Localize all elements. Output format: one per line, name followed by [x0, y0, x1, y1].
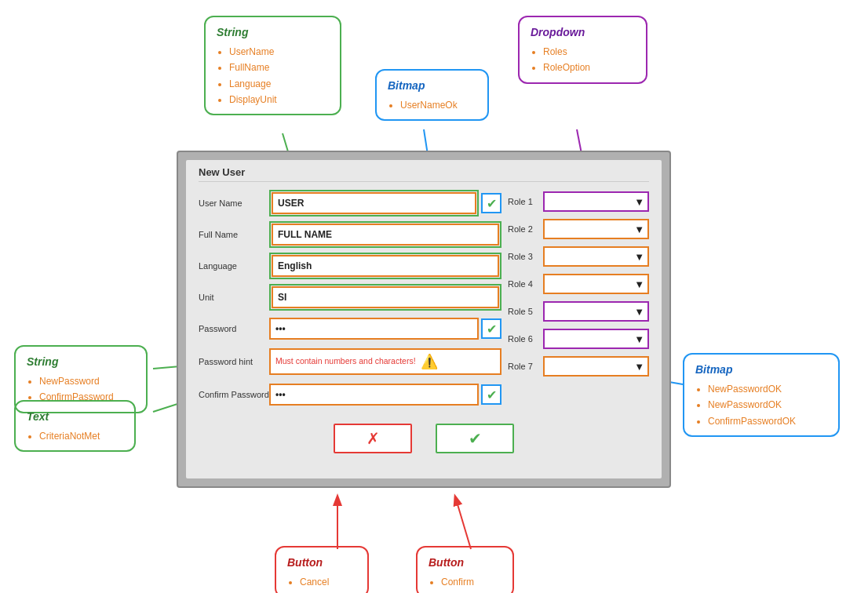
role-row-5: Role 5 ▼	[508, 300, 649, 323]
list-item: FullName	[229, 60, 329, 75]
annotation-string-top-list: UserName FullName Language DisplayUnit	[217, 44, 329, 108]
form-row-language: Language	[199, 253, 501, 279]
input-fullname[interactable]	[272, 224, 499, 246]
list-item: Confirm	[441, 574, 501, 590]
annotation-button-confirm-list: Confirm	[429, 574, 501, 590]
warn-icon: ⚠️	[421, 353, 438, 370]
form-left-column: User Name ✔ Full Name	[199, 190, 501, 413]
annotation-dropdown-top-list: Roles RoleOption	[531, 44, 635, 76]
annotation-text-left-title: Text	[27, 408, 123, 427]
list-item: ConfirmPasswordOK	[708, 413, 827, 429]
list-item: UserNameOk	[400, 97, 476, 113]
role-label-6: Role 6	[508, 334, 543, 344]
form-row-hint: Password hint Must contain numbers and c…	[199, 347, 501, 377]
label-password: Password	[199, 324, 269, 333]
annotation-dropdown-top: Dropdown Roles RoleOption	[518, 16, 647, 84]
confirm-button[interactable]: ✔	[436, 424, 514, 453]
list-item: RoleOption	[543, 60, 635, 75]
form-row-password: Password ✔	[199, 315, 501, 342]
role-label-4: Role 4	[508, 279, 543, 289]
cancel-button[interactable]: ✗	[334, 424, 412, 453]
role-row-3: Role 3 ▼	[508, 245, 649, 268]
role-row-7: Role 7 ▼	[508, 355, 649, 378]
annotation-bitmap-right-title: Bitmap	[695, 361, 827, 380]
annotation-dropdown-top-title: Dropdown	[531, 24, 635, 42]
annotation-button-confirm-title: Button	[429, 554, 501, 573]
role-row-2: Role 2 ▼	[508, 217, 649, 241]
annotation-text-left-list: CriteriaNotMet	[27, 428, 123, 444]
role-dropdown-6[interactable]: ▼	[543, 329, 649, 349]
label-unit: Unit	[199, 293, 269, 302]
list-item: UserName	[229, 44, 329, 60]
role-dropdown-2[interactable]: ▼	[543, 219, 649, 239]
green-wrap-username	[269, 190, 479, 216]
role-dropdown-4[interactable]: ▼	[543, 274, 649, 294]
role-dropdown-7[interactable]: ▼	[543, 356, 649, 377]
form-panel: New User User Name ✔	[177, 151, 671, 488]
input-wrap-username: ✔	[269, 190, 501, 216]
input-confirm-password[interactable]	[269, 384, 479, 406]
list-item: NewPasswordOK	[708, 397, 827, 413]
role-label-1: Role 1	[508, 197, 543, 206]
dropdown-arrow-5: ▼	[634, 306, 644, 318]
hint-text: Must contain numbers and characters!	[275, 356, 416, 367]
list-item: Language	[229, 76, 329, 92]
annotation-bitmap-top-title: Bitmap	[388, 77, 476, 96]
label-confirm-password: Confirm Password	[199, 390, 269, 399]
green-wrap-language	[269, 253, 501, 279]
dropdown-arrow-3: ▼	[634, 251, 644, 263]
form-buttons: ✗ ✔	[199, 424, 649, 453]
diagram-container: String UserName FullName Language Displa…	[0, 0, 868, 593]
input-password[interactable]	[269, 318, 479, 340]
input-wrap-fullname	[269, 221, 501, 248]
dropdown-arrow-2: ▼	[634, 224, 644, 235]
role-dropdown-5[interactable]: ▼	[543, 301, 649, 322]
annotation-button-cancel-title: Button	[287, 554, 356, 573]
list-item: NewPassword	[39, 373, 135, 389]
annotation-button-confirm: Button Confirm	[416, 546, 514, 593]
form-inner: New User User Name ✔	[186, 160, 662, 478]
form-row-username: User Name ✔	[199, 190, 501, 216]
annotation-string-left-title: String	[27, 353, 135, 372]
role-label-7: Role 7	[508, 362, 543, 371]
role-dropdown-3[interactable]: ▼	[543, 246, 649, 267]
role-label-3: Role 3	[508, 252, 543, 261]
list-item: Cancel	[300, 574, 356, 590]
annotation-string-top-title: String	[217, 24, 329, 42]
form-row-unit: Unit	[199, 284, 501, 311]
input-wrap-language	[269, 253, 501, 279]
list-item: Roles	[543, 44, 635, 60]
form-row-fullname: Full Name	[199, 221, 501, 248]
dropdown-arrow-1: ▼	[634, 196, 644, 208]
annotation-bitmap-top-list: UserNameOk	[388, 97, 476, 113]
check-username: ✔	[481, 193, 501, 213]
annotation-button-cancel: Button Cancel	[275, 546, 369, 593]
form-body: User Name ✔ Full Name	[199, 190, 649, 413]
list-item: DisplayUnit	[229, 92, 329, 107]
role-dropdown-1[interactable]: ▼	[543, 191, 649, 212]
check-confirm-password: ✔	[481, 384, 501, 405]
form-title: New User	[199, 166, 649, 182]
annotation-text-left: Text CriteriaNotMet	[14, 400, 136, 452]
input-language[interactable]	[272, 255, 499, 277]
label-fullname: Full Name	[199, 230, 269, 239]
annotation-button-cancel-list: Cancel	[287, 574, 356, 590]
list-item: CriteriaNotMet	[39, 428, 123, 444]
green-wrap-unit	[269, 284, 501, 311]
role-row-6: Role 6 ▼	[508, 327, 649, 351]
annotation-bitmap-right-list: NewPasswordOK NewPasswordOK ConfirmPassw…	[695, 381, 827, 429]
role-label-2: Role 2	[508, 224, 543, 234]
hint-content: Must contain numbers and characters! ⚠️	[269, 348, 501, 375]
form-right-column: Role 1 ▼ Role 2 ▼ Role 3	[508, 190, 649, 413]
svg-line-7	[455, 497, 471, 549]
input-wrap-confirm-password: ✔	[269, 384, 501, 406]
input-unit[interactable]	[272, 286, 499, 308]
label-language: Language	[199, 261, 269, 271]
label-username: User Name	[199, 198, 269, 208]
list-item: NewPasswordOK	[708, 381, 827, 397]
annotation-bitmap-right: Bitmap NewPasswordOK NewPasswordOK Confi…	[683, 353, 840, 437]
label-hint: Password hint	[199, 357, 269, 366]
input-username[interactable]	[272, 192, 476, 214]
dropdown-arrow-7: ▼	[634, 361, 644, 373]
form-row-confirm-password: Confirm Password ✔	[199, 381, 501, 408]
